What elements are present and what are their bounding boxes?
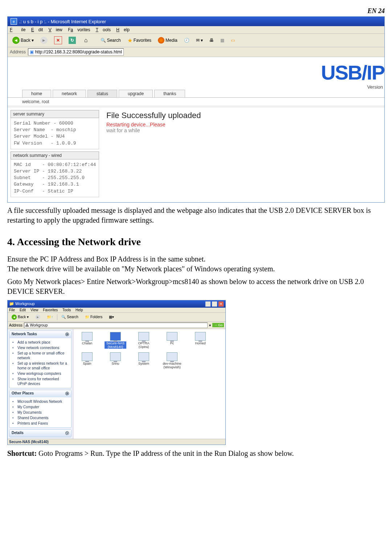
paragraph-2b: The network drive will be available on "…	[7, 264, 385, 274]
refresh-icon: ↻	[69, 37, 76, 44]
menu-file[interactable]: File	[10, 27, 25, 32]
sidebar-task-item[interactable]: Show icons for networked UPnP devices	[12, 376, 69, 386]
computer-label: dev-machine (Winxpvish)	[161, 362, 183, 369]
refresh-button[interactable]: ↻	[66, 36, 78, 45]
exp-forward-button[interactable]: ►	[33, 313, 43, 321]
tab-status[interactable]: status	[87, 90, 117, 97]
tab-network[interactable]: network	[53, 90, 86, 97]
sidebar-place-item[interactable]: My Computer	[12, 404, 69, 410]
computer-label: Secure-NAS (Mcs8140)	[105, 341, 126, 349]
expand-icon[interactable]: ⓥ	[65, 431, 69, 436]
exp-addr-dropdown[interactable]: ▾	[209, 323, 211, 327]
computer-item[interactable]: Homed	[189, 332, 211, 349]
close-button[interactable]: ✕	[218, 301, 224, 307]
welcome-text: welcome, root	[8, 98, 384, 106]
home-button[interactable]: ⌂	[80, 36, 92, 45]
msgr-icon: ▭	[231, 38, 235, 43]
computer-icon	[195, 332, 206, 341]
exp-menu-view[interactable]: View	[30, 308, 38, 312]
edit-icon: ▦	[220, 38, 224, 43]
edit-button[interactable]: ▦	[218, 37, 227, 44]
favorites-button[interactable]: ★Favorites	[125, 36, 154, 45]
sidebar-place-item[interactable]: My Documents	[12, 410, 69, 415]
menu-tools[interactable]: Tools	[96, 27, 111, 32]
ie-titlebar: e .: u s b - i p :. - Microsoft Internet…	[8, 17, 384, 26]
computer-item[interactable]: System	[133, 352, 155, 369]
usbip-logo: USB/IP	[321, 61, 384, 84]
computer-item[interactable]: Spain	[76, 352, 98, 369]
search-icon: 🔍	[101, 38, 106, 43]
sidebar-task-item[interactable]: Set up a home or small office network	[12, 351, 69, 361]
sidebar-task-item[interactable]: Add a network place	[12, 340, 69, 345]
computer-icon	[167, 352, 177, 361]
go-button[interactable]: → Go	[212, 323, 224, 327]
nav-tabs: home network status upgrade thanks	[8, 90, 384, 97]
exp-menu-favorites[interactable]: Favorites	[43, 308, 58, 312]
menu-favorites[interactable]: Favorites	[68, 27, 90, 32]
upload-heading: File Successfully uploaded	[106, 111, 201, 120]
computer-icon	[167, 332, 177, 341]
ie-page-content: USB/IP Version home network status upgra…	[8, 57, 384, 202]
exp-menu-help[interactable]: Help	[75, 308, 83, 312]
explorer-window: 📁 Workgroup _ □ ✕ File Edit View Favorit…	[7, 300, 226, 445]
explorer-addressbar: Address 🖧 Workgroup ▾ → Go	[8, 322, 225, 329]
sidebar-task-item[interactable]: View network connections	[12, 345, 69, 351]
tab-thanks[interactable]: thanks	[154, 90, 185, 97]
menu-edit[interactable]: Edit	[31, 27, 43, 32]
computer-icon	[82, 352, 93, 361]
computer-item[interactable]: OPTRA (Optra)	[133, 332, 155, 349]
stop-button[interactable]: ✕	[52, 35, 65, 45]
exp-up-button[interactable]: 📁↑	[44, 314, 56, 320]
collapse-icon[interactable]: ⓐ	[65, 391, 69, 396]
ie-icon: e	[11, 18, 17, 25]
mail-icon: ✉ ▾	[196, 38, 203, 43]
exp-menu-file[interactable]: File	[9, 308, 15, 312]
collapse-icon[interactable]: ⓐ	[65, 332, 69, 337]
search-button[interactable]: 🔍Search	[98, 37, 123, 44]
exp-back-button[interactable]: ◄Back ▾	[9, 313, 31, 321]
exp-address-input[interactable]: 🖧 Workgroup	[24, 323, 208, 328]
computer-item[interactable]: Secure-NAS (Mcs8140)	[105, 332, 126, 349]
sidebar-place-item[interactable]: Shared Documents	[12, 415, 69, 421]
computer-item[interactable]: Srinu	[105, 352, 126, 369]
menu-view[interactable]: View	[49, 27, 62, 32]
wait-text: wait for a while	[106, 127, 201, 133]
computer-item[interactable]: Chalan	[76, 332, 98, 349]
forward-button[interactable]: ►	[38, 36, 50, 45]
explorer-statusbar: Secure-NAS (Mcs8140)	[8, 439, 225, 445]
media-icon	[158, 37, 164, 44]
tab-home[interactable]: home	[22, 90, 51, 97]
exp-search-button[interactable]: 🔍Search	[59, 314, 81, 320]
print-button[interactable]: 🖶	[207, 37, 216, 44]
computer-item[interactable]: Pc	[161, 332, 183, 349]
sidebar-task-item[interactable]: Set up a wireless network for a home or …	[12, 361, 69, 371]
icon-pane[interactable]: ChalanSecure-NAS (Mcs8140)OPTRA (Optra)P…	[73, 329, 225, 439]
computer-label: System	[133, 362, 155, 365]
back-button[interactable]: ◄Back ▾	[10, 36, 36, 45]
network-summary-title: network summary - wired	[11, 151, 99, 159]
network-summary-box: network summary - wired MAC id - 00:80:6…	[11, 151, 99, 197]
mail-button[interactable]: ✉ ▾	[193, 37, 205, 44]
exp-folders-button[interactable]: 📁Folders	[82, 314, 105, 320]
sidebar-place-item[interactable]: Printers and Faxes	[12, 421, 69, 426]
explorer-menubar: File Edit View Favorites Tools Help	[8, 308, 225, 313]
maximize-button[interactable]: □	[212, 301, 217, 307]
version-label: Version	[8, 84, 384, 90]
other-places-panel: Other Placesⓐ Microsoft Windows NetworkM…	[9, 390, 72, 428]
media-button[interactable]: Media	[155, 36, 180, 45]
address-input[interactable]: ▣ http://192.168.3.22:8080/upgrade-statu…	[28, 48, 124, 56]
exp-views-button[interactable]: ▦▾	[106, 314, 117, 320]
paragraph-3: Goto My Network places> Entire Network>W…	[7, 277, 385, 296]
exp-menu-edit[interactable]: Edit	[20, 308, 26, 312]
sidebar-place-item[interactable]: Microsoft Windows Network	[12, 399, 69, 404]
forward-icon: ►	[40, 37, 48, 44]
sidebar-task-item[interactable]: View workgroup computers	[12, 371, 69, 376]
msgr-button[interactable]: ▭	[228, 37, 237, 44]
tab-upgrade[interactable]: upgrade	[119, 90, 153, 97]
minimize-button[interactable]: _	[205, 301, 211, 307]
server-summary-box: server summary Serial Number - 60000 Ser…	[11, 110, 99, 149]
exp-menu-tools[interactable]: Tools	[62, 308, 71, 312]
history-button[interactable]: 🕗	[181, 37, 192, 44]
computer-item[interactable]: dev-machine (Winxpvish)	[161, 352, 183, 369]
menu-help[interactable]: Help	[116, 27, 130, 32]
